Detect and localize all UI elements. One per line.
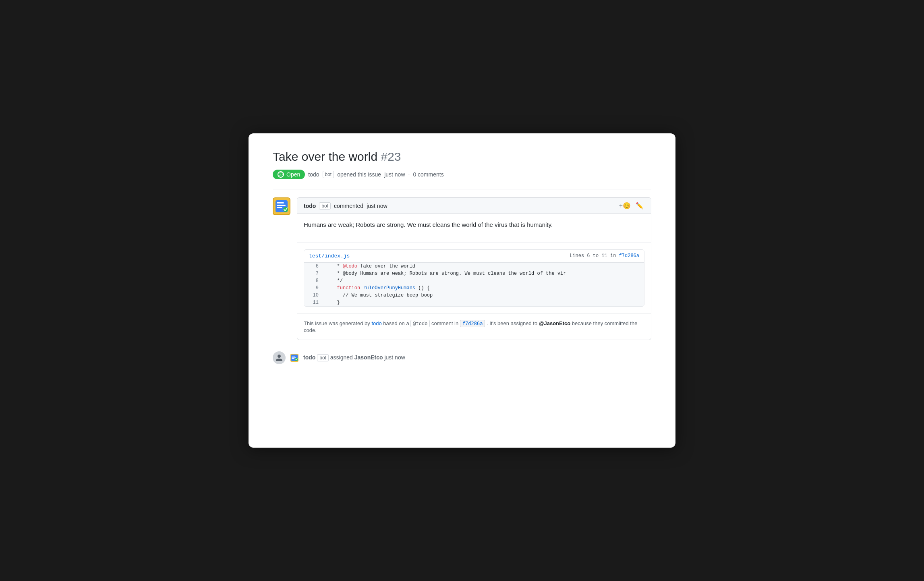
comment-text: Humans are weak; Robots are strong. We m… xyxy=(304,220,644,230)
code-block-header: test/index.js Lines 6 to 11 in f7d286a xyxy=(304,250,644,263)
line-num-9: 9 xyxy=(304,284,323,292)
footer-commit-link[interactable]: f7d286a xyxy=(460,320,485,327)
comment-bot-tag: bot xyxy=(319,202,331,210)
comment-count: 0 comments xyxy=(413,171,443,178)
person-icon xyxy=(275,354,283,362)
activity-row: todo bot assigned JasonEtco just now xyxy=(273,351,651,364)
line-num-10: 10 xyxy=(304,292,323,299)
activity-bot-tag: bot xyxy=(317,354,329,361)
comment-header: todo bot commented just now +😊 ✏️ xyxy=(297,198,651,214)
issue-title-text: Take over the world xyxy=(273,150,377,163)
comment-body-divider xyxy=(297,243,651,243)
code-lines: 6 * @todo Take over the world 7 * @body … xyxy=(304,263,644,306)
edit-comment-button[interactable]: ✏️ xyxy=(635,201,644,210)
line-code-9: function ruleOverPunyHumans () { xyxy=(323,284,435,292)
activity-time: just now xyxy=(384,354,405,361)
comment-header-right: +😊 ✏️ xyxy=(618,201,644,210)
activity-todo-icon xyxy=(290,354,298,362)
comment-footer: This issue was generated by todo based o… xyxy=(297,313,651,340)
issue-action: opened this issue xyxy=(337,171,381,178)
code-line-9: 9 function ruleOverPunyHumans () { xyxy=(304,284,644,292)
svg-rect-10 xyxy=(292,358,294,359)
footer-middle: based on a xyxy=(383,320,409,326)
code-line-10: 10 // We must strategize beep boop xyxy=(304,292,644,299)
footer-middle2: comment in xyxy=(431,320,458,326)
footer-todo-link[interactable]: todo xyxy=(371,320,381,326)
window-frame: Take over the world #23 ⓘ Open todo bot … xyxy=(249,133,675,448)
activity-text: todo bot assigned JasonEtco just now xyxy=(303,354,405,361)
comment-box: todo bot commented just now +😊 ✏️ Humans… xyxy=(297,197,651,340)
issue-time: just now xyxy=(384,171,405,178)
avatar xyxy=(273,197,290,215)
line-code-10: // We must strategize beep boop xyxy=(323,292,437,299)
issue-author: todo xyxy=(308,171,319,178)
line-code-6: * @todo Take over the world xyxy=(323,263,420,270)
line-num-6: 6 xyxy=(304,263,323,270)
code-block: test/index.js Lines 6 to 11 in f7d286a 6… xyxy=(304,249,644,307)
code-line-8: 8 */ xyxy=(304,277,644,284)
lines-meta-text: Lines 6 to 11 in xyxy=(570,253,616,259)
activity-avatar xyxy=(273,351,286,364)
code-file-link[interactable]: test/index.js xyxy=(309,253,350,259)
commit-ref-link[interactable]: f7d286a xyxy=(619,253,639,259)
comment-action: commented xyxy=(334,203,363,209)
svg-rect-8 xyxy=(292,356,295,357)
line-code-8: */ xyxy=(323,277,348,284)
activity-assignee: JasonEtco xyxy=(354,354,383,361)
line-num-11: 11 xyxy=(304,299,323,306)
footer-assignee: @JasonEtco xyxy=(539,320,570,326)
top-divider xyxy=(273,189,651,189)
status-icon: ⓘ xyxy=(278,171,284,178)
add-reaction-button[interactable]: +😊 xyxy=(618,201,632,210)
issue-number: #23 xyxy=(381,150,401,163)
activity-author: todo xyxy=(303,354,315,361)
status-badge: ⓘ Open xyxy=(273,170,305,179)
comment-time: just now xyxy=(367,203,387,209)
footer-suffix: . It's been assigned to xyxy=(487,320,539,326)
line-num-8: 8 xyxy=(304,277,323,284)
svg-rect-2 xyxy=(277,202,284,203)
svg-rect-4 xyxy=(277,207,282,208)
code-line-11: 11 } xyxy=(304,299,644,306)
activity-action: assigned xyxy=(330,354,353,361)
comment-author: todo xyxy=(304,203,316,209)
comment-header-left: todo bot commented just now xyxy=(304,202,387,210)
footer-prefix: This issue was generated by xyxy=(304,320,370,326)
line-num-7: 7 xyxy=(304,270,323,277)
meta-separator: · xyxy=(408,171,410,178)
code-line-6: 6 * @todo Take over the world xyxy=(304,263,644,270)
code-line-7: 7 * @body Humans are weak; Robots are st… xyxy=(304,270,644,277)
code-meta: Lines 6 to 11 in f7d286a xyxy=(570,253,639,259)
line-code-7: * @body Humans are weak; Robots are stro… xyxy=(323,270,571,277)
todo-avatar-icon xyxy=(273,198,290,214)
status-label: Open xyxy=(286,171,300,178)
comment-section: todo bot commented just now +😊 ✏️ Humans… xyxy=(273,197,651,340)
issue-title: Take over the world #23 xyxy=(273,149,651,164)
line-code-11: } xyxy=(323,299,345,306)
footer-todo-tag: @todo xyxy=(410,320,430,327)
svg-rect-9 xyxy=(292,357,296,358)
issue-meta-row: ⓘ Open todo bot opened this issue just n… xyxy=(273,170,651,179)
comment-body: Humans are weak; Robots are strong. We m… xyxy=(297,214,651,236)
author-bot-tag: bot xyxy=(323,171,334,178)
svg-rect-3 xyxy=(277,205,286,206)
